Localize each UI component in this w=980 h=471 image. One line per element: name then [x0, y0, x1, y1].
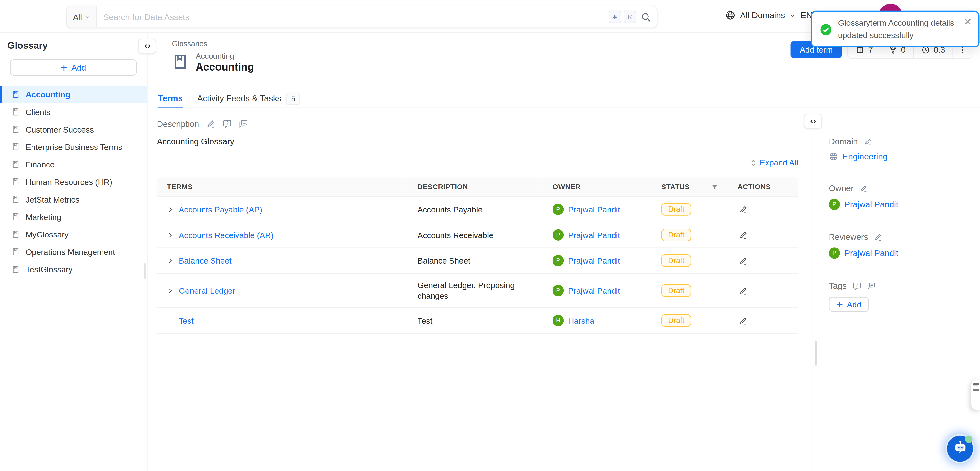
- tab-terms[interactable]: Terms: [158, 90, 183, 107]
- owner-link[interactable]: Prajwal Pandit: [568, 286, 620, 295]
- edit-term-icon[interactable]: [739, 230, 748, 240]
- sidebar-item-accounting[interactable]: Accounting: [0, 86, 147, 103]
- chevron-down-icon: [84, 14, 90, 20]
- search-input[interactable]: [97, 12, 609, 22]
- globe-icon: [725, 10, 736, 21]
- filter-icon[interactable]: [711, 183, 719, 191]
- domain-label: Domain: [829, 137, 858, 146]
- glossary-list: Accounting Clients Customer Success Ente…: [0, 86, 147, 278]
- reviewers-section: Reviewers P Prajwal Pandit: [829, 232, 980, 258]
- tab-activity-feeds[interactable]: Activity Feeds & Tasks 5: [197, 90, 300, 107]
- book-icon: [11, 247, 20, 256]
- book-icon: [11, 265, 20, 274]
- tab-activity-label: Activity Feeds & Tasks: [197, 94, 282, 103]
- domains-label: All Domains: [740, 11, 785, 20]
- sidebar-item-myglossary[interactable]: MyGlossary: [0, 226, 147, 243]
- breadcrumb-glossaries[interactable]: Glossaries: [172, 39, 207, 48]
- owner-link[interactable]: Prajwal Pandit: [568, 256, 620, 265]
- add-tag-button[interactable]: Add: [829, 297, 869, 312]
- search-icon[interactable]: [641, 12, 651, 22]
- owner-avatar: H: [552, 315, 564, 326]
- toast-close-button[interactable]: [963, 17, 972, 26]
- book-icon: [11, 230, 20, 239]
- global-search-bar[interactable]: All ⌘ K: [66, 6, 657, 28]
- sidebar-item-enterprise-business-terms[interactable]: Enterprise Business Terms: [0, 138, 147, 156]
- table-row: Test Test H Harsha Draft: [157, 308, 798, 333]
- sidebar-scrollbar[interactable]: [144, 263, 146, 279]
- owner-link[interactable]: Prajwal Pandit: [844, 200, 898, 209]
- book-icon: [11, 108, 20, 116]
- owner-avatar: P: [829, 199, 840, 210]
- expand-row-icon[interactable]: [167, 287, 174, 294]
- reviewer-link[interactable]: Prajwal Pandit: [844, 248, 898, 258]
- edit-reviewers-icon[interactable]: [874, 233, 883, 242]
- sidebar-item-operations-management[interactable]: Operations Management: [0, 243, 147, 261]
- owner-link[interactable]: Prajwal Pandit: [568, 230, 620, 240]
- domain-link[interactable]: Engineering: [843, 152, 888, 161]
- sidebar-item-human-resources[interactable]: Human Resources (HR): [0, 173, 147, 191]
- table-row: Accounts Receivable (AR) Accounts Receiv…: [157, 222, 798, 248]
- search-category-dropdown[interactable]: All: [67, 6, 97, 28]
- status-badge: Draft: [661, 314, 691, 327]
- add-glossary-label: Add: [72, 63, 86, 72]
- sidebar-collapse-button[interactable]: [138, 39, 156, 54]
- search-category-label: All: [73, 12, 82, 22]
- add-glossary-button[interactable]: Add: [10, 59, 137, 76]
- glossary-icon: [172, 52, 189, 72]
- sidebar-item-jetstat-metrics[interactable]: JetStat Metrics: [0, 191, 147, 208]
- tags-comments-icon[interactable]: [867, 282, 875, 290]
- expand-row-icon[interactable]: [167, 232, 174, 239]
- edit-domain-icon[interactable]: [864, 137, 872, 146]
- table-row: Balance Sheet Balance Sheet P Prajwal Pa…: [157, 248, 798, 274]
- domains-dropdown[interactable]: All Domains: [725, 10, 796, 21]
- toast-notification: Glossaryterm Accounting details updated …: [811, 11, 979, 48]
- sidebar-item-marketing[interactable]: Marketing: [0, 208, 147, 226]
- sidebar-item-label: Clients: [26, 107, 51, 116]
- entity-header: Accounting Accounting: [172, 52, 254, 74]
- owner-link[interactable]: Prajwal Pandit: [568, 205, 620, 214]
- breadcrumb[interactable]: Glossaries: [172, 39, 207, 48]
- book-icon: [11, 125, 20, 134]
- request-tags-icon[interactable]: [852, 282, 861, 290]
- edit-term-icon[interactable]: [739, 256, 748, 265]
- reviewer-avatar: P: [829, 247, 840, 258]
- sidebar-item-customer-success[interactable]: Customer Success: [0, 121, 147, 138]
- chat-bot-button[interactable]: [946, 434, 974, 463]
- term-link[interactable]: Accounts Receivable (AR): [179, 230, 274, 240]
- col-terms: TERMS: [157, 177, 407, 196]
- edit-owner-icon[interactable]: [859, 184, 868, 193]
- expand-all-button[interactable]: Expand All: [749, 158, 798, 168]
- plus-icon: [61, 64, 68, 71]
- expand-row-icon[interactable]: [167, 257, 174, 264]
- owner-avatar: P: [552, 255, 564, 266]
- term-description: Accounts Payable: [418, 205, 482, 214]
- col-description: DESCRIPTION: [407, 177, 542, 196]
- tab-terms-label: Terms: [158, 94, 183, 103]
- tab-bar: Terms Activity Feeds & Tasks 5: [158, 90, 300, 107]
- chevron-down-icon: [789, 12, 795, 18]
- book-icon: [11, 142, 20, 151]
- book-icon: [11, 195, 20, 204]
- term-link[interactable]: Accounts Payable (AP): [179, 205, 262, 214]
- edit-description-icon[interactable]: [206, 119, 215, 129]
- panel-scrollbar[interactable]: [815, 341, 817, 366]
- owner-link[interactable]: Harsha: [568, 316, 594, 325]
- request-description-icon[interactable]: [222, 119, 232, 129]
- term-link[interactable]: Balance Sheet: [179, 256, 232, 265]
- sidebar-item-clients[interactable]: Clients: [0, 103, 147, 121]
- term-link[interactable]: Test: [179, 316, 194, 325]
- expand-row-icon[interactable]: [167, 206, 174, 213]
- table-header-row: TERMS DESCRIPTION OWNER STATUS ACTIONS: [157, 177, 798, 196]
- edit-term-icon[interactable]: [739, 286, 748, 295]
- edit-term-icon[interactable]: [739, 316, 748, 325]
- sidebar-item-finance[interactable]: Finance: [0, 156, 147, 173]
- edge-widget-button[interactable]: [971, 380, 980, 410]
- right-panel-collapse-button[interactable]: [804, 114, 822, 129]
- book-icon: [11, 160, 20, 169]
- plus-icon: [836, 301, 843, 308]
- sidebar-item-testglossary[interactable]: TestGlossary: [0, 261, 147, 278]
- description-header: Description: [157, 119, 798, 129]
- term-link[interactable]: General Ledger: [179, 286, 235, 295]
- description-comments-icon[interactable]: [239, 119, 248, 129]
- edit-term-icon[interactable]: [739, 205, 748, 214]
